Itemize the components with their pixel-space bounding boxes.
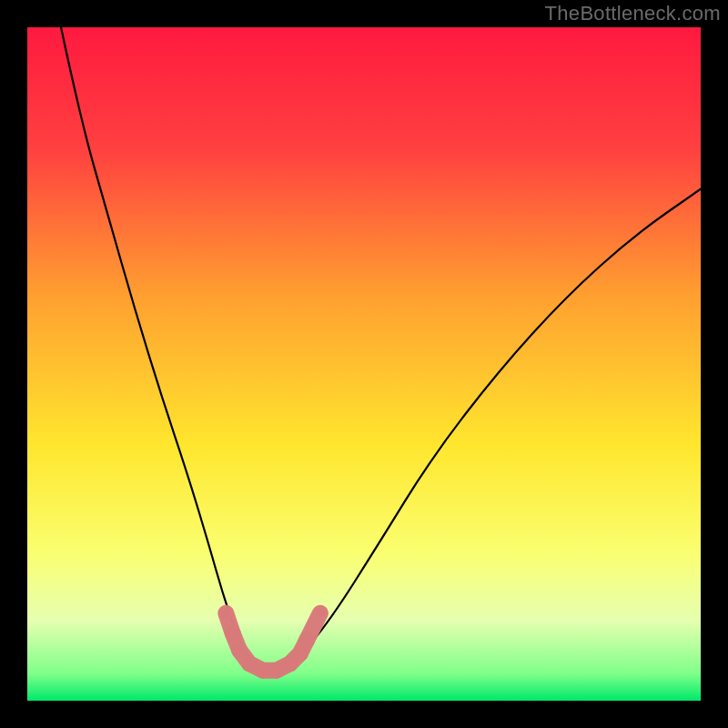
plot-area bbox=[27, 27, 701, 701]
watermark-text: TheBottleneck.com bbox=[545, 2, 721, 25]
chart-frame: TheBottleneck.com bbox=[0, 0, 728, 728]
highlight-marker bbox=[231, 642, 248, 659]
highlight-marker bbox=[316, 609, 325, 618]
gradient-background bbox=[27, 27, 701, 701]
highlight-marker bbox=[225, 625, 241, 642]
highlight-marker bbox=[221, 609, 230, 618]
chart-svg bbox=[27, 27, 701, 701]
highlight-marker bbox=[298, 632, 315, 648]
